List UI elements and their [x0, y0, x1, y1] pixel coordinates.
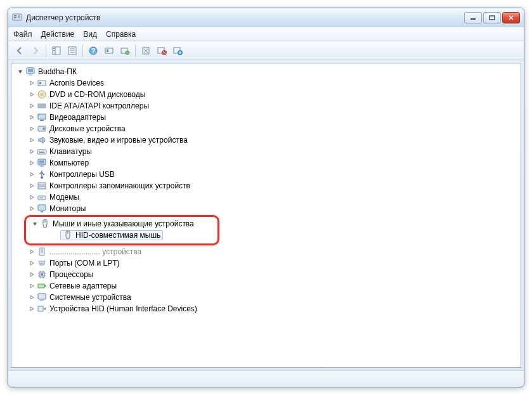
- collapse-icon[interactable]: [31, 220, 39, 228]
- show-hide-tree-button[interactable]: [49, 43, 64, 58]
- tree-node-label: Компьютер: [49, 157, 89, 169]
- tree-node-modem[interactable]: Модемы: [13, 191, 519, 203]
- tree-node-disk[interactable]: Дисковые устройства: [13, 123, 519, 134]
- tree-node-label: Процессоры: [49, 269, 94, 280]
- tree-node-video[interactable]: Видеоадаптеры: [13, 112, 519, 123]
- expand-icon[interactable]: [28, 248, 36, 256]
- expand-icon[interactable]: [28, 305, 36, 313]
- tree-node-sound[interactable]: Звуковые, видео и игровые устройства: [13, 134, 519, 146]
- device-icon: [37, 78, 47, 88]
- expand-icon[interactable]: [28, 125, 36, 133]
- toolbar: ?: [8, 41, 524, 60]
- tree-node-ide[interactable]: IDE ATA/ATAPI контроллеры: [13, 100, 519, 112]
- expand-icon[interactable]: [28, 282, 36, 290]
- svg-rect-4: [470, 18, 476, 20]
- toolbar-separator: [46, 44, 46, 57]
- properties-button[interactable]: [65, 43, 80, 58]
- tree-node-ports[interactable]: Порты (COM и LPT): [13, 257, 519, 269]
- svg-rect-36: [38, 114, 46, 119]
- tree-node-label: Мыши и иные указывающие устройства: [53, 218, 194, 230]
- processor-icon: [37, 269, 47, 280]
- expand-icon[interactable]: [28, 113, 36, 121]
- tree-root-label: Buddha-ПК: [38, 66, 77, 77]
- tree-node-acronis[interactable]: Acronis Devices: [13, 77, 519, 89]
- svg-point-19: [126, 51, 129, 55]
- tree-node-label: IDE ATA/ATAPI контроллеры: [49, 100, 149, 112]
- computer-icon: [37, 158, 47, 168]
- menu-action[interactable]: Действие: [41, 30, 75, 39]
- tree-node-label: ........................ устройства: [49, 246, 141, 257]
- svg-rect-29: [38, 81, 46, 86]
- device-manager-window: Диспетчер устройств Файл Действие Вид Сп…: [8, 8, 524, 387]
- svg-rect-42: [41, 151, 42, 152]
- collapse-icon[interactable]: [16, 68, 24, 75]
- svg-rect-28: [29, 74, 32, 75]
- menu-file[interactable]: Файл: [13, 30, 32, 39]
- expand-icon[interactable]: [28, 205, 36, 212]
- expand-icon[interactable]: [28, 136, 36, 144]
- tree-node-keyboard[interactable]: Клавиатуры: [13, 146, 519, 157]
- svg-rect-76: [44, 285, 46, 287]
- tree-node-mouse[interactable]: Мыши и иные указывающие устройства: [27, 218, 216, 230]
- svg-point-49: [39, 173, 41, 174]
- scan-hardware-button[interactable]: [101, 43, 117, 58]
- minimize-button[interactable]: [464, 12, 482, 23]
- close-button[interactable]: [502, 12, 520, 23]
- tree-node-storage[interactable]: Контроллеры запоминающих устройств: [13, 180, 519, 191]
- expand-icon[interactable]: [28, 171, 36, 178]
- tree-node-network[interactable]: Сетевые адаптеры: [13, 280, 519, 292]
- usb-icon: [37, 169, 47, 179]
- tree-node-label: Видеоадаптеры: [49, 112, 106, 123]
- tree-root[interactable]: Buddha-ПК: [13, 66, 519, 77]
- enable-button[interactable]: [170, 43, 185, 58]
- forward-button[interactable]: [28, 43, 43, 58]
- menu-help[interactable]: Справка: [106, 30, 136, 39]
- tree-node-label: DVD и CD-ROM дисководы: [49, 89, 145, 100]
- expand-icon[interactable]: [28, 91, 36, 98]
- expand-icon[interactable]: [28, 294, 36, 301]
- back-button[interactable]: [12, 43, 27, 58]
- help-button[interactable]: ?: [86, 43, 101, 58]
- tree-node-monitor[interactable]: Мониторы: [13, 203, 519, 214]
- device-tree[interactable]: Buddha-ПК Acronis Devices DVD и CD-ROM д…: [11, 63, 521, 367]
- tree-node-computer[interactable]: Компьютер: [13, 157, 519, 169]
- svg-rect-40: [37, 150, 46, 154]
- expand-icon[interactable]: [28, 182, 36, 190]
- disc-icon: [37, 89, 47, 100]
- tree-node-cpu[interactable]: Процессоры: [13, 269, 519, 280]
- tree-node-usb[interactable]: Контроллеры USB: [13, 169, 519, 180]
- expand-icon[interactable]: [28, 102, 36, 110]
- expand-icon[interactable]: [28, 271, 36, 278]
- tree-node-label: Порты (COM и LPT): [49, 257, 120, 269]
- svg-rect-46: [39, 160, 44, 164]
- svg-rect-5: [490, 16, 495, 20]
- expand-icon[interactable]: [28, 79, 36, 87]
- tree-node-system[interactable]: Системные устройства: [13, 292, 519, 303]
- window-controls: [464, 12, 520, 23]
- disk-drive-icon: [37, 124, 47, 134]
- svg-text:?: ?: [91, 48, 95, 55]
- tree-node-portable[interactable]: ........................ устройства: [13, 246, 519, 257]
- svg-rect-43: [42, 151, 44, 152]
- svg-rect-1: [14, 15, 16, 16]
- tree-node-mouse-hid[interactable]: · HID-совместимая мышь: [27, 230, 216, 241]
- titlebar: Диспетчер устройств: [8, 8, 524, 27]
- uninstall-button[interactable]: [138, 43, 153, 58]
- expand-icon[interactable]: [28, 148, 36, 155]
- tree-node-label: Клавиатуры: [49, 146, 92, 157]
- svg-rect-8: [53, 48, 55, 49]
- svg-rect-9: [53, 50, 55, 51]
- storage-controller-icon: [37, 181, 47, 191]
- expand-icon[interactable]: [28, 259, 36, 267]
- expand-icon[interactable]: [28, 159, 36, 167]
- svg-point-48: [41, 176, 43, 179]
- menu-view[interactable]: Вид: [83, 30, 97, 39]
- svg-rect-50: [43, 174, 44, 175]
- tree-node-hid[interactable]: Устройства HID (Human Interface Devices): [13, 303, 519, 314]
- maximize-button[interactable]: [483, 12, 501, 23]
- disable-button[interactable]: [154, 43, 169, 58]
- svg-rect-57: [41, 211, 43, 212]
- expand-icon[interactable]: [28, 193, 36, 201]
- update-driver-button[interactable]: [117, 43, 133, 58]
- tree-node-dvd[interactable]: DVD и CD-ROM дисководы: [13, 89, 519, 100]
